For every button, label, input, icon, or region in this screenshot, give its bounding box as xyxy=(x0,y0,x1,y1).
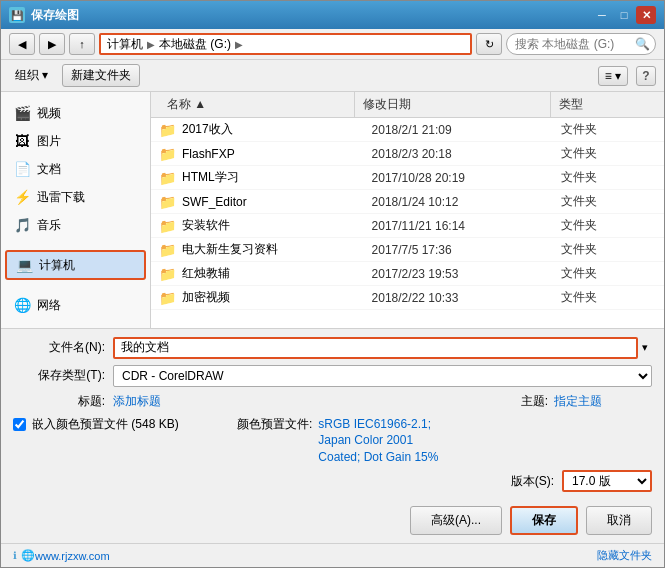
save-button[interactable]: 保存 xyxy=(510,506,578,535)
table-row[interactable]: 📁 电大新生复习资料 2017/7/5 17:36 文件夹 xyxy=(151,238,664,262)
embed-row: 嵌入颜色预置文件 (548 KB) 颜色预置文件: sRGB IEC61966-… xyxy=(13,416,652,498)
file-type: 文件夹 xyxy=(561,193,656,210)
breadcrumb[interactable]: 计算机 ▶ 本地磁盘 (G:) ▶ xyxy=(99,33,472,55)
file-toolbar: 组织 ▾ 新建文件夹 ≡ ▾ ? xyxy=(1,60,664,92)
new-folder-button[interactable]: 新建文件夹 xyxy=(62,64,140,87)
videos-icon: 🎬 xyxy=(13,104,31,122)
color-profile-row: 颜色预置文件: sRGB IEC61966-2.1;Japan Color 20… xyxy=(237,416,652,466)
title-bar: 💾 保存绘图 ─ □ ✕ xyxy=(1,1,664,29)
file-name: 加密视频 xyxy=(182,289,372,306)
savetype-select[interactable]: CDR - CorelDRAW xyxy=(113,365,652,387)
table-row[interactable]: 📁 2017收入 2018/2/1 21:09 文件夹 xyxy=(151,118,664,142)
breadcrumb-drive[interactable]: 本地磁盘 (G:) xyxy=(159,36,231,53)
filename-label: 文件名(N): xyxy=(13,339,113,356)
music-icon: 🎵 xyxy=(13,216,31,234)
file-type: 文件夹 xyxy=(561,217,656,234)
file-name: 电大新生复习资料 xyxy=(182,241,372,258)
table-row[interactable]: 📁 安装软件 2017/11/21 16:14 文件夹 xyxy=(151,214,664,238)
breadcrumb-computer[interactable]: 计算机 xyxy=(107,36,143,53)
view-button[interactable]: ≡ ▾ xyxy=(598,66,628,86)
sidebar-divider2 xyxy=(5,282,146,290)
file-date: 2018/2/1 21:09 xyxy=(372,123,562,137)
meta-row: 标题: 添加标题 主题: 指定主题 xyxy=(13,393,652,410)
search-input[interactable] xyxy=(506,33,656,55)
sidebar-item-images[interactable]: 🖼 图片 xyxy=(5,128,146,154)
sidebar-item-label: 图片 xyxy=(37,133,61,150)
file-date: 2018/2/22 10:33 xyxy=(372,291,562,305)
sidebar-item-label: 迅雷下载 xyxy=(37,189,85,206)
forward-button[interactable]: ▶ xyxy=(39,33,65,55)
col-header-name[interactable]: 名称 ▲ xyxy=(159,92,355,117)
cancel-button[interactable]: 取消 xyxy=(586,506,652,535)
folder-icon: 📁 xyxy=(159,146,176,162)
file-name: 2017收入 xyxy=(182,121,372,138)
folder-icon: 📁 xyxy=(159,218,176,234)
table-row[interactable]: 📁 HTML学习 2017/10/28 20:19 文件夹 xyxy=(151,166,664,190)
sidebar-item-videos[interactable]: 🎬 视频 xyxy=(5,100,146,126)
docs-icon: 📄 xyxy=(13,160,31,178)
file-list: 📁 2017收入 2018/2/1 21:09 文件夹 📁 FlashFXP 2… xyxy=(151,118,664,328)
sidebar-item-label: 文档 xyxy=(37,161,61,178)
theme-label: 主题: xyxy=(521,393,548,410)
file-name: 红烛教辅 xyxy=(182,265,372,282)
website-link[interactable]: 🌐 xyxy=(21,549,35,562)
file-type: 文件夹 xyxy=(561,121,656,138)
organize-label: 组织 ▾ xyxy=(15,67,48,84)
search-icon: 🔍 xyxy=(635,37,650,51)
file-type: 文件夹 xyxy=(561,289,656,306)
embed-label: 嵌入颜色预置文件 (548 KB) xyxy=(32,416,179,433)
advanced-button[interactable]: 高级(A)... xyxy=(410,506,502,535)
col-header-date[interactable]: 修改日期 xyxy=(355,92,551,117)
embed-checkbox-row: 嵌入颜色预置文件 (548 KB) xyxy=(13,416,213,433)
table-row[interactable]: 📁 加密视频 2018/2/22 10:33 文件夹 xyxy=(151,286,664,310)
filename-input[interactable] xyxy=(113,337,638,359)
table-row[interactable]: 📁 红烛教辅 2017/2/23 19:53 文件夹 xyxy=(151,262,664,286)
label-label: 标题: xyxy=(13,393,113,410)
file-date: 2017/7/5 17:36 xyxy=(372,243,562,257)
folder-icon: 📁 xyxy=(159,122,176,138)
sidebar-item-computer[interactable]: 💻 计算机 xyxy=(5,250,146,280)
embed-left: 嵌入颜色预置文件 (548 KB) xyxy=(13,416,213,498)
hidden-files-link[interactable]: 隐藏文件夹 xyxy=(597,548,652,563)
refresh-button[interactable]: ↻ xyxy=(476,33,502,55)
new-folder-label: 新建文件夹 xyxy=(71,68,131,82)
sidebar-item-thunder[interactable]: ⚡ 迅雷下载 xyxy=(5,184,146,210)
bottom-area: 文件名(N): ▾ 保存类型(T): CDR - CorelDRAW 标题: 添… xyxy=(1,328,664,543)
navigation-toolbar: ◀ ▶ ↑ 计算机 ▶ 本地磁盘 (G:) ▶ ↻ 🔍 xyxy=(1,29,664,60)
folder-icon: 📁 xyxy=(159,194,176,210)
version-select[interactable]: 17.0 版 16.0 版 15.0 版 14.0 版 xyxy=(562,470,652,492)
sidebar-item-docs[interactable]: 📄 文档 xyxy=(5,156,146,182)
savetype-label: 保存类型(T): xyxy=(13,367,113,384)
sidebar-divider xyxy=(5,240,146,248)
col-header-type[interactable]: 类型 xyxy=(551,92,656,117)
button-row: 高级(A)... 保存 取消 xyxy=(13,506,652,535)
maximize-button[interactable]: □ xyxy=(614,6,634,24)
savetype-row: 保存类型(T): CDR - CorelDRAW xyxy=(13,365,652,387)
help-button[interactable]: ? xyxy=(636,66,656,86)
embed-checkbox[interactable] xyxy=(13,418,26,431)
file-type: 文件夹 xyxy=(561,265,656,282)
window-title: 保存绘图 xyxy=(31,7,592,24)
file-date: 2018/1/24 10:12 xyxy=(372,195,562,209)
embed-right: 颜色预置文件: sRGB IEC61966-2.1;Japan Color 20… xyxy=(237,416,652,498)
file-name: 安装软件 xyxy=(182,217,372,234)
add-label-link[interactable]: 添加标题 xyxy=(113,393,161,410)
organize-button[interactable]: 组织 ▾ xyxy=(9,65,54,86)
filename-dropdown-btn[interactable]: ▾ xyxy=(638,341,652,354)
filename-row: 文件名(N): ▾ xyxy=(13,337,652,359)
up-button[interactable]: ↑ xyxy=(69,33,95,55)
minimize-button[interactable]: ─ xyxy=(592,6,612,24)
back-button[interactable]: ◀ xyxy=(9,33,35,55)
sidebar-item-music[interactable]: 🎵 音乐 xyxy=(5,212,146,238)
close-button[interactable]: ✕ xyxy=(636,6,656,24)
window-icon: 💾 xyxy=(9,7,25,23)
sidebar-item-label: 计算机 xyxy=(39,257,75,274)
file-type: 文件夹 xyxy=(561,145,656,162)
website-text: www.rjzxw.com xyxy=(35,550,110,562)
table-row[interactable]: 📁 FlashFXP 2018/2/3 20:18 文件夹 xyxy=(151,142,664,166)
file-name: FlashFXP xyxy=(182,147,372,161)
theme-link[interactable]: 指定主题 xyxy=(554,393,602,410)
table-row[interactable]: 📁 SWF_Editor 2018/1/24 10:12 文件夹 xyxy=(151,190,664,214)
sidebar-item-network[interactable]: 🌐 网络 xyxy=(5,292,146,318)
computer-icon: 💻 xyxy=(15,256,33,274)
